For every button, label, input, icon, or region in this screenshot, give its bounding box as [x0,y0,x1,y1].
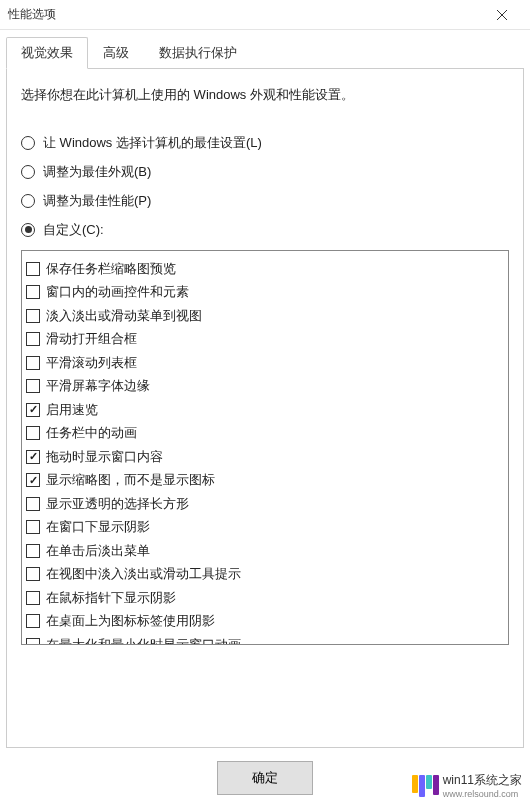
checkbox-icon [26,356,40,370]
check-label: 平滑滚动列表框 [46,353,137,373]
checkbox-icon [26,450,40,464]
check-label: 任务栏中的动画 [46,423,137,443]
radio-label: 调整为最佳外观(B) [43,163,151,181]
radio-best-performance[interactable]: 调整为最佳性能(P) [21,192,509,210]
checkbox-icon [26,332,40,346]
window-title: 性能选项 [8,6,482,23]
check-label: 在最大化和最小化时显示窗口动画 [46,635,241,645]
check-row[interactable]: 窗口内的动画控件和元素 [26,280,504,304]
checkbox-icon [26,403,40,417]
radio-label: 自定义(C): [43,221,104,239]
radio-custom[interactable]: 自定义(C): [21,221,509,239]
checkbox-icon [26,567,40,581]
radio-group-preset: 让 Windows 选择计算机的最佳设置(L) 调整为最佳外观(B) 调整为最佳… [21,134,509,239]
radio-label: 调整为最佳性能(P) [43,192,151,210]
panel-description: 选择你想在此计算机上使用的 Windows 外观和性能设置。 [21,85,509,106]
check-label: 保存任务栏缩略图预览 [46,259,176,279]
check-row[interactable]: 启用速览 [26,398,504,422]
check-row[interactable]: 在视图中淡入淡出或滑动工具提示 [26,562,504,586]
checkbox-icon [26,262,40,276]
radio-let-windows-choose[interactable]: 让 Windows 选择计算机的最佳设置(L) [21,134,509,152]
check-row[interactable]: 在单击后淡出菜单 [26,539,504,563]
check-label: 滑动打开组合框 [46,329,137,349]
close-button[interactable] [482,0,522,30]
check-row[interactable]: 在桌面上为图标标签使用阴影 [26,609,504,633]
checkbox-icon [26,591,40,605]
radio-label: 让 Windows 选择计算机的最佳设置(L) [43,134,262,152]
check-row[interactable]: 在最大化和最小化时显示窗口动画 [26,633,504,645]
check-row[interactable]: 任务栏中的动画 [26,421,504,445]
check-row[interactable]: 显示亚透明的选择长方形 [26,492,504,516]
check-label: 显示缩略图，而不是显示图标 [46,470,215,490]
checkbox-icon [26,309,40,323]
checkbox-icon [26,426,40,440]
radio-icon [21,194,35,208]
check-row[interactable]: 淡入淡出或滑动菜单到视图 [26,304,504,328]
checkbox-icon [26,544,40,558]
checkbox-icon [26,638,40,645]
check-label: 启用速览 [46,400,98,420]
check-row[interactable]: 保存任务栏缩略图预览 [26,257,504,281]
check-label: 拖动时显示窗口内容 [46,447,163,467]
radio-icon [21,136,35,150]
content-area: 视觉效果 高级 数据执行保护 选择你想在此计算机上使用的 Windows 外观和… [0,30,530,748]
checkbox-icon [26,379,40,393]
checkbox-icon [26,497,40,511]
checkbox-icon [26,285,40,299]
checkbox-icon [26,473,40,487]
check-row[interactable]: 在鼠标指针下显示阴影 [26,586,504,610]
check-label: 在鼠标指针下显示阴影 [46,588,176,608]
tab-visual-effects[interactable]: 视觉效果 [6,37,88,69]
check-label: 平滑屏幕字体边缘 [46,376,150,396]
tab-panel-visual-effects: 选择你想在此计算机上使用的 Windows 外观和性能设置。 让 Windows… [6,68,524,748]
check-label: 在单击后淡出菜单 [46,541,150,561]
tab-strip: 视觉效果 高级 数据执行保护 [6,37,524,70]
check-row[interactable]: 在窗口下显示阴影 [26,515,504,539]
titlebar: 性能选项 [0,0,530,30]
check-row[interactable]: 显示缩略图，而不是显示图标 [26,468,504,492]
check-row[interactable]: 拖动时显示窗口内容 [26,445,504,469]
radio-icon [21,165,35,179]
check-row[interactable]: 平滑滚动列表框 [26,351,504,375]
tab-advanced[interactable]: 高级 [88,37,144,69]
close-icon [497,10,507,20]
check-label: 窗口内的动画控件和元素 [46,282,189,302]
radio-icon [21,223,35,237]
tab-dep[interactable]: 数据执行保护 [144,37,252,69]
checkbox-icon [26,520,40,534]
check-label: 在视图中淡入淡出或滑动工具提示 [46,564,241,584]
dialog-button-row: 确定 [0,761,530,795]
check-row[interactable]: 平滑屏幕字体边缘 [26,374,504,398]
radio-best-appearance[interactable]: 调整为最佳外观(B) [21,163,509,181]
ok-button[interactable]: 确定 [217,761,313,795]
check-label: 在窗口下显示阴影 [46,517,150,537]
checkbox-icon [26,614,40,628]
check-label: 在桌面上为图标标签使用阴影 [46,611,215,631]
check-label: 淡入淡出或滑动菜单到视图 [46,306,202,326]
check-row[interactable]: 滑动打开组合框 [26,327,504,351]
checklist-box: 保存任务栏缩略图预览窗口内的动画控件和元素淡入淡出或滑动菜单到视图滑动打开组合框… [21,250,509,645]
check-label: 显示亚透明的选择长方形 [46,494,189,514]
